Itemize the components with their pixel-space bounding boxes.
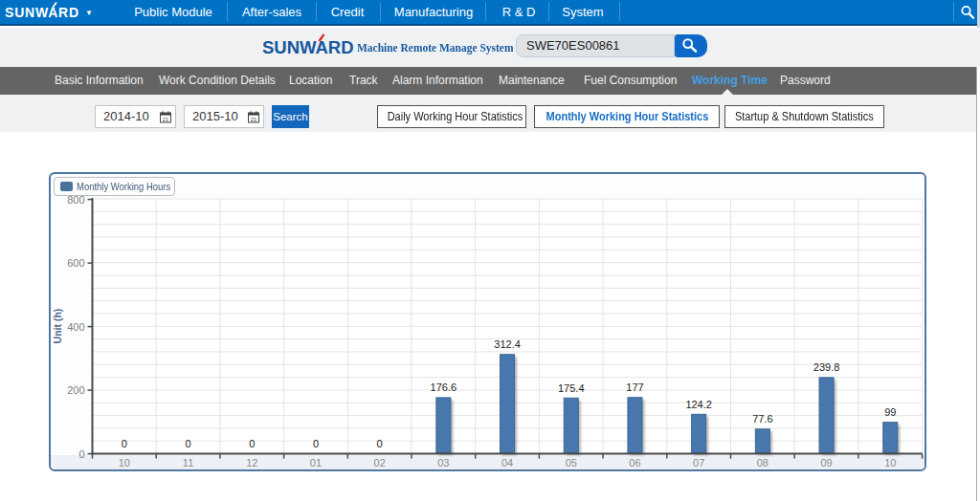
svg-text:01: 01 [310,457,322,468]
svg-text:0: 0 [78,448,84,460]
svg-text:0: 0 [122,438,127,449]
svg-text:177: 177 [626,381,643,393]
svg-text:175.4: 175.4 [558,382,585,394]
svg-text:21: 21 [163,117,169,122]
svg-text:12: 12 [246,457,257,468]
svg-text:312.4: 312.4 [494,338,521,350]
svg-text:600: 600 [67,257,84,269]
svg-text:0: 0 [249,438,255,449]
svg-text:400: 400 [67,321,84,333]
svg-text:Unit (h): Unit (h) [52,309,63,344]
svg-text:176.6: 176.6 [431,381,457,393]
svg-text:124.2: 124.2 [685,399,712,410]
svg-text:04: 04 [501,457,513,468]
svg-text:03: 03 [437,457,449,468]
svg-text:200: 200 [67,384,84,396]
svg-text:05: 05 [566,457,577,468]
svg-text:21: 21 [251,117,257,122]
svg-text:239.8: 239.8 [813,361,840,373]
svg-text:0: 0 [313,438,319,449]
svg-text:02: 02 [374,457,386,468]
svg-text:77.6: 77.6 [752,413,772,425]
svg-text:09: 09 [820,457,832,468]
svg-text:0: 0 [377,438,383,449]
svg-text:06: 06 [629,457,640,468]
svg-text:99: 99 [884,406,896,418]
svg-text:08: 08 [757,457,768,468]
svg-text:10: 10 [119,457,130,468]
svg-text:07: 07 [693,457,704,468]
svg-text:11: 11 [183,457,193,468]
svg-text:10: 10 [884,457,896,468]
svg-text:0: 0 [185,438,190,449]
